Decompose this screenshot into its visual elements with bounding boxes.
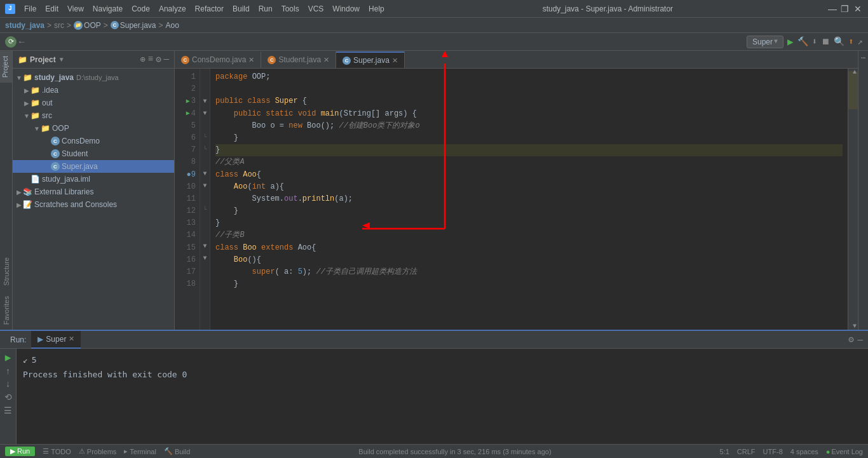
run-down-icon[interactable]: ↓: [5, 379, 10, 389]
menu-view[interactable]: View: [64, 3, 88, 15]
path-project[interactable]: study_java: [5, 21, 44, 30]
tree-item-scratches[interactable]: ▶ 📝 Scratches and Consoles: [13, 198, 174, 211]
structure-tab[interactable]: Structure: [1, 252, 11, 291]
scroll-down-icon[interactable]: ▼: [853, 323, 857, 330]
tree-item-super-java[interactable]: C Super.java: [13, 160, 174, 173]
constructor-aoo: Aoo: [234, 182, 248, 191]
fold-9[interactable]: ▼: [200, 168, 210, 180]
fold-4[interactable]: ▼: [200, 107, 210, 119]
menu-navigate[interactable]: Navigate: [89, 3, 126, 15]
run-up-icon[interactable]: ↑: [5, 367, 10, 377]
rerun-icon[interactable]: ▶: [5, 351, 11, 364]
kw-new: new: [288, 121, 302, 130]
tree-item-consdemo[interactable]: C ConsDemo: [13, 135, 174, 147]
tab-consdemo[interactable]: C ConsDemo.java ✕: [175, 51, 261, 68]
consdemo-tab-close[interactable]: ✕: [248, 56, 254, 64]
fold-10[interactable]: ▼: [200, 180, 210, 192]
run-settings-icon[interactable]: ⚙: [848, 334, 853, 345]
main-content: Project Structure Favorites 📁 Project ▼ …: [0, 51, 868, 330]
fold-3[interactable]: ▼: [200, 95, 210, 107]
menu-help[interactable]: Help: [365, 3, 388, 15]
idea-label: .idea: [42, 86, 58, 95]
run-status-button[interactable]: ▶ Run: [5, 447, 35, 456]
menu-code[interactable]: Code: [128, 3, 154, 15]
close-button[interactable]: ✕: [853, 4, 863, 14]
right-top-icon[interactable]: ⋯: [861, 53, 865, 63]
scroll-up-icon[interactable]: ▲: [853, 69, 857, 76]
tree-item-study-java[interactable]: ▼ 📁 study_java D:\study_java: [13, 71, 174, 84]
right-scrollbar[interactable]: ⚠1 ▲ ▼: [848, 69, 858, 330]
fold-16[interactable]: ▼: [200, 252, 210, 264]
menu-tools[interactable]: Tools: [278, 3, 303, 15]
path-aoo-label[interactable]: Aoo: [166, 21, 179, 30]
run-tab-close[interactable]: ✕: [69, 335, 74, 343]
title-bar: J File Edit View Navigate Code Analyze R…: [0, 0, 868, 18]
code-content[interactable]: package OOP; public class Super { public…: [210, 69, 848, 330]
maximize-button[interactable]: ❐: [840, 4, 850, 14]
menu-window[interactable]: Window: [329, 3, 363, 15]
path-oop-label[interactable]: OOP: [84, 21, 101, 30]
tab-student[interactable]: C Student.java ✕: [261, 51, 336, 68]
hide-icon[interactable]: —: [164, 54, 169, 65]
student-tab-close[interactable]: ✕: [323, 56, 329, 64]
back-icon[interactable]: ←: [19, 37, 24, 47]
run-print-icon[interactable]: ☰: [4, 405, 12, 416]
problems-label[interactable]: ⚠ Problems: [79, 447, 116, 455]
build-icon[interactable]: 🔨: [797, 36, 808, 47]
settings-icon[interactable]: ⚙: [156, 54, 161, 65]
menu-edit[interactable]: Edit: [41, 3, 62, 15]
stop-icon[interactable]: ⏹: [821, 37, 830, 47]
scrollbar-thumb[interactable]: [848, 71, 858, 109]
tree-item-iml[interactable]: 📄 study_java.iml: [13, 173, 174, 185]
run-config-selector[interactable]: Super ▼: [747, 36, 783, 48]
encoding[interactable]: UTF-8: [763, 448, 783, 455]
search-icon[interactable]: 🔍: [834, 36, 844, 47]
menu-vcs[interactable]: VCS: [304, 3, 328, 15]
project-header-icons: ⊕ ≡ ⚙ —: [140, 54, 169, 65]
menu-analyze[interactable]: Analyze: [155, 3, 190, 15]
run-tab-super[interactable]: ▶ Super ✕: [31, 331, 81, 349]
minimize-button[interactable]: —: [827, 4, 837, 14]
tree-item-out[interactable]: ▶ 📁 out: [13, 97, 174, 109]
build-label[interactable]: 🔨 Build: [164, 447, 190, 455]
oop-label: OOP: [52, 124, 69, 133]
super-tab-close[interactable]: ✕: [392, 57, 398, 65]
project-tab[interactable]: Project: [0, 51, 12, 83]
menu-refactor[interactable]: Refactor: [191, 3, 227, 15]
cursor-position[interactable]: 5:1: [720, 448, 729, 455]
tree-item-ext-lib[interactable]: ▶ 📚 External Libraries: [13, 185, 174, 198]
indent-info[interactable]: 4 spaces: [790, 448, 818, 455]
tab-super[interactable]: C Super.java ✕: [336, 51, 405, 68]
paren-10-close: ){: [275, 182, 284, 191]
path-sep4: >: [158, 21, 163, 30]
super-tab-label: Super.java: [353, 56, 390, 65]
tree-item-student[interactable]: C Student: [13, 147, 174, 160]
terminal-label[interactable]: ▸ Terminal: [124, 447, 156, 455]
path-bar: study_java > src > 📁 OOP > C Super.java …: [0, 18, 868, 33]
code-editor[interactable]: 1 2 ▶3 ▶4 5 6 7 8 ●9 10 11 12 13 14 15 1…: [175, 69, 858, 330]
sync-icon[interactable]: ⟳: [5, 36, 17, 48]
run-close-icon[interactable]: —: [858, 335, 863, 345]
external-link-icon[interactable]: ↗: [858, 36, 863, 47]
download-icon[interactable]: ⬇: [812, 36, 817, 47]
dot-11a: .: [280, 194, 284, 203]
menu-file[interactable]: File: [20, 3, 40, 15]
todo-label[interactable]: ☰ TODO: [43, 447, 71, 455]
tree-item-src[interactable]: ▼ 📁 src: [13, 109, 174, 122]
bookmark-icon[interactable]: ⬆: [848, 36, 853, 47]
tree-item-idea[interactable]: ▶ 📁 .idea: [13, 84, 174, 97]
collapse-icon[interactable]: ≡: [148, 54, 153, 65]
tree-item-oop[interactable]: ▼ 📁 OOP: [13, 122, 174, 135]
path-src[interactable]: src: [54, 21, 64, 30]
menu-run[interactable]: Run: [255, 3, 276, 15]
run-button-icon[interactable]: ▶: [787, 36, 794, 48]
locate-icon[interactable]: ⊕: [140, 54, 145, 65]
project-dropdown[interactable]: ▼: [58, 56, 65, 63]
run-wrap-icon[interactable]: ⟲: [4, 392, 12, 403]
line-ending[interactable]: CRLF: [737, 448, 756, 455]
menu-build[interactable]: Build: [229, 3, 254, 15]
event-log-label[interactable]: ● Event Log: [826, 448, 863, 455]
path-superjava-label[interactable]: Super.java: [120, 21, 156, 30]
fold-15[interactable]: ▼: [200, 240, 210, 252]
favorites-tab[interactable]: Favorites: [1, 291, 11, 330]
